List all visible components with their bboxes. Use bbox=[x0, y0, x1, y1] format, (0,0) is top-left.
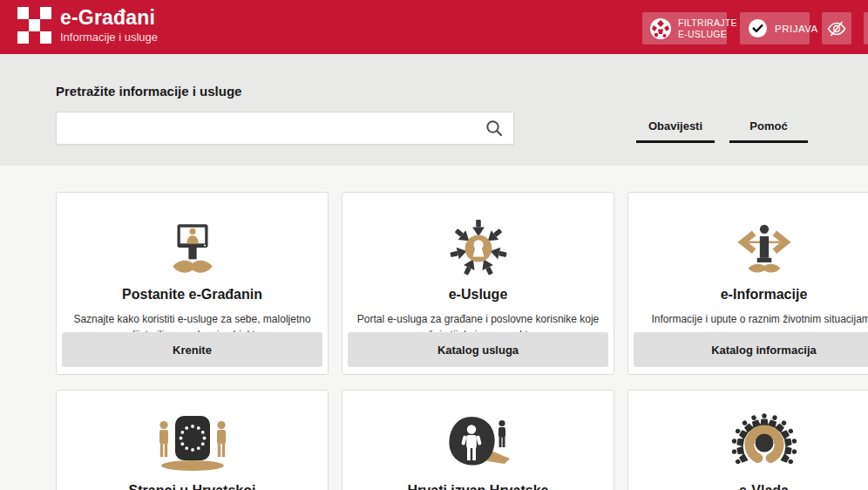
card-title: e-Vlada bbox=[628, 483, 868, 490]
app-title: e-Građani bbox=[60, 7, 158, 29]
card-title: Postanite e-Građanin bbox=[57, 287, 328, 303]
tab-obavijesti[interactable]: Obavijesti bbox=[636, 119, 715, 143]
keyhole-arrows-icon bbox=[342, 207, 614, 278]
card-e-usluge[interactable]: e-Usluge Portal e-usluga za građane i po… bbox=[342, 192, 614, 375]
card-hrvati-izvan-hrvatske[interactable]: Hrvati izvan Hrvatske bbox=[342, 390, 614, 490]
info-signpost-icon bbox=[628, 207, 868, 278]
app-subtitle: Informacije i usluge bbox=[60, 31, 158, 44]
katalog-usluga-button[interactable]: Katalog usluga bbox=[348, 332, 608, 367]
citizen-at-monitor-icon bbox=[57, 207, 328, 278]
header-nav-tabs: Obavijesti Pomoć bbox=[636, 119, 808, 143]
card-title: e-Informacije bbox=[628, 287, 868, 303]
card-e-informacije[interactable]: e-Informacije Informacije i upute o razn… bbox=[627, 192, 868, 375]
search-icon bbox=[485, 119, 504, 138]
accessibility-button[interactable] bbox=[822, 12, 851, 44]
search-input[interactable] bbox=[57, 112, 475, 144]
katalog-informacija-button[interactable]: Katalog informacija bbox=[634, 332, 868, 367]
partial-header-button[interactable] bbox=[864, 12, 868, 44]
search-box bbox=[56, 112, 514, 145]
checkmark-circle-icon bbox=[748, 18, 768, 38]
card-stranci-u-hrvatskoj[interactable]: Stranci u Hrvatskoj bbox=[56, 390, 329, 490]
card-description: Informacije i upute o raznim životnim si… bbox=[628, 311, 868, 327]
search-section: Pretražite informacije i usluge Obavijes… bbox=[0, 54, 868, 166]
e-gradani-portal: e-Građani Informacije i usluge FILTRIRAJ… bbox=[0, 0, 868, 490]
croatian-checkerboard-icon bbox=[17, 7, 51, 44]
tab-pomoc[interactable]: Pomoć bbox=[729, 119, 808, 143]
card-e-vlada[interactable]: e-Vlada bbox=[627, 390, 868, 490]
app-header: e-Građani Informacije i usluge FILTRIRAJ… bbox=[0, 0, 868, 54]
card-title: Stranci u Hrvatskoj bbox=[57, 483, 328, 490]
filter-button-label: FILTRIRAJTE E-USLUGE bbox=[678, 17, 737, 38]
eye-slash-icon bbox=[826, 18, 847, 39]
login-button-label: PRIJAVA bbox=[775, 24, 818, 34]
filter-eservices-button[interactable]: FILTRIRAJTE E-USLUGE bbox=[642, 12, 727, 44]
brand-home-link[interactable]: e-Građani Informacije i usluge bbox=[17, 7, 158, 44]
filter-sphere-icon bbox=[649, 17, 672, 40]
search-heading: Pretražite informacije i usluge bbox=[56, 84, 241, 99]
krenite-button[interactable]: Krenite bbox=[62, 332, 322, 367]
card-postanite-e-gradanin[interactable]: Postanite e-Građanin Saznajte kako koris… bbox=[56, 192, 329, 375]
brand-text: e-Građani Informacije i usluge bbox=[60, 7, 158, 44]
government-circle-icon bbox=[628, 406, 868, 474]
eu-people-icon bbox=[57, 406, 328, 474]
card-title: e-Usluge bbox=[342, 287, 614, 303]
card-title: Hrvati izvan Hrvatske bbox=[342, 483, 614, 490]
search-submit-button[interactable] bbox=[475, 112, 513, 144]
person-abroad-icon bbox=[342, 406, 614, 474]
login-button[interactable]: PRIJAVA bbox=[740, 12, 810, 44]
